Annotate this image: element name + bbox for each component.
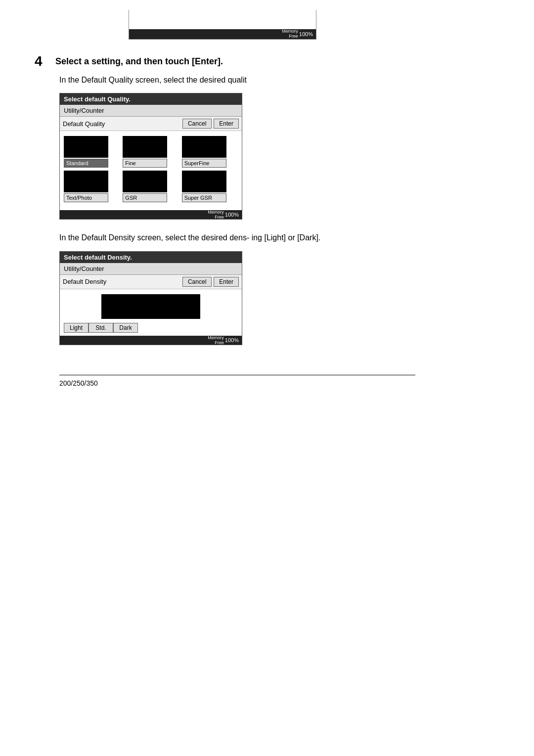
quality-header-buttons: Cancel Enter: [182, 119, 239, 129]
density-labels: Light Std. Dark: [64, 323, 238, 333]
quality-memory-value: 100%: [225, 212, 239, 218]
density-content: Light Std. Dark: [60, 289, 242, 336]
density-subtitle-bar: Utility/Counter: [60, 263, 242, 275]
density-screen-mockup: Select default Density. Utility/Counter …: [59, 251, 242, 345]
density-header-bar: Default Density Cancel Enter: [60, 275, 242, 289]
quality-thumb-superfine: [182, 136, 226, 158]
quality-btn-textphoto[interactable]: Text/Photo: [64, 193, 108, 202]
quality-cell-textphoto: Text/Photo: [64, 171, 120, 202]
quality-btn-standard[interactable]: Standard: [64, 159, 108, 168]
quality-grid: Standard Fine SuperFine Text/Photo: [64, 136, 238, 202]
density-enter-button[interactable]: Enter: [214, 277, 239, 287]
quality-thumb-supergsr: [182, 171, 226, 192]
step-number: 4: [35, 54, 46, 68]
quality-description: In the Default Quality screen, select th…: [59, 74, 504, 86]
quality-cell-supergsr: Super GSR: [182, 171, 238, 202]
quality-cell-standard: Standard: [64, 136, 120, 168]
quality-thumb-standard: [64, 136, 108, 158]
density-btn-dark[interactable]: Dark: [113, 323, 138, 333]
top-partial-screen: MemoryFree 100%: [129, 10, 316, 40]
quality-cell-superfine: SuperFine: [182, 136, 238, 168]
quality-cell-gsr: GSR: [123, 171, 178, 202]
step-4-body: In the Default Quality screen, select th…: [59, 74, 504, 345]
top-memory-label: MemoryFree: [282, 29, 298, 39]
quality-screen-mockup: Select default Quality. Utility/Counter …: [59, 93, 242, 220]
quality-subtitle-bar: Utility/Counter: [60, 105, 242, 117]
quality-thumb-fine: [123, 136, 167, 158]
density-slider-area: [64, 294, 238, 319]
density-btn-light[interactable]: Light: [64, 323, 89, 333]
quality-footer: MemoryFree 100%: [60, 210, 242, 219]
density-memory-value: 100%: [225, 337, 239, 343]
quality-memory-label: MemoryFree: [208, 210, 224, 220]
quality-btn-superfine[interactable]: SuperFine: [182, 159, 226, 168]
density-description: In the Default Density screen, select th…: [59, 231, 504, 244]
quality-title-bar: Select default Quality.: [60, 93, 242, 105]
density-title-bar: Select default Density.: [60, 252, 242, 263]
footer-page-ref: 200/250/350: [59, 379, 504, 387]
quality-cancel-button[interactable]: Cancel: [182, 119, 212, 129]
quality-btn-fine[interactable]: Fine: [123, 159, 167, 168]
footer-divider: [59, 375, 415, 375]
step-instruction: Select a setting, and then touch [Enter]…: [55, 54, 223, 67]
quality-btn-supergsr[interactable]: Super GSR: [182, 193, 226, 202]
density-header-label: Default Density: [63, 278, 106, 285]
quality-header-bar: Default Quality Cancel Enter: [60, 117, 242, 131]
density-btn-std[interactable]: Std.: [89, 323, 113, 333]
quality-header-label: Default Quality: [63, 120, 105, 128]
quality-enter-button[interactable]: Enter: [214, 119, 239, 129]
density-footer: MemoryFree 100%: [60, 336, 242, 345]
quality-content: Standard Fine SuperFine Text/Photo: [60, 131, 242, 210]
density-header-buttons: Cancel Enter: [182, 277, 239, 287]
top-memory-bar: MemoryFree 100%: [129, 29, 316, 39]
quality-thumb-textphoto: [64, 171, 108, 192]
quality-btn-gsr[interactable]: GSR: [123, 193, 167, 202]
density-memory-label: MemoryFree: [208, 335, 224, 345]
density-cancel-button[interactable]: Cancel: [182, 277, 212, 287]
step-4-row: 4 Select a setting, and then touch [Ente…: [35, 54, 504, 68]
density-thumb: [101, 294, 200, 319]
quality-thumb-gsr: [123, 171, 167, 192]
top-memory-value: 100%: [299, 31, 313, 37]
quality-cell-fine: Fine: [123, 136, 178, 168]
